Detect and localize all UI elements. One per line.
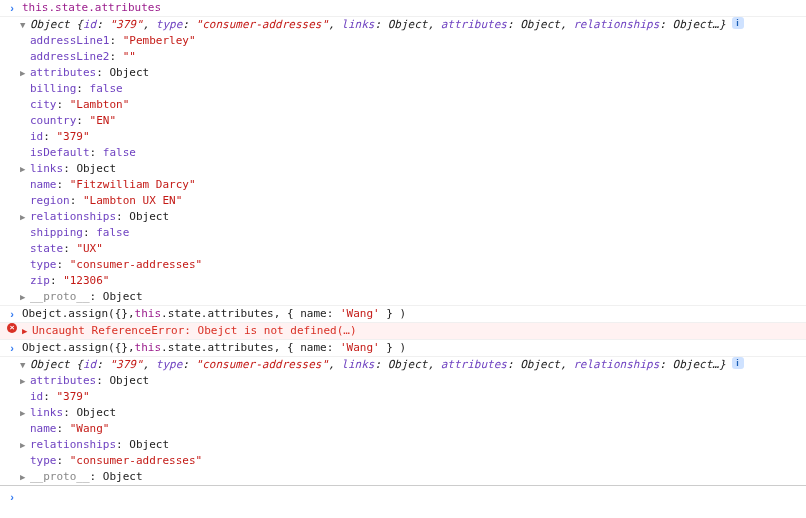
console-error-row: × Uncaught ReferenceError: Obejct is not… xyxy=(0,323,806,340)
object-result: Object {id: "379", type: "consumer-addre… xyxy=(0,357,806,485)
prop-row[interactable]: __proto__: Object xyxy=(16,289,806,305)
error-icon: × xyxy=(4,323,20,333)
summary-text: Object {id: "379", type: "consumer-addre… xyxy=(30,17,726,33)
prop-row[interactable]: __proto__: Object xyxy=(16,469,806,485)
prop-row[interactable]: type: "consumer-addresses" xyxy=(16,453,806,469)
expand-caret-icon[interactable] xyxy=(20,469,30,485)
expand-caret-icon[interactable] xyxy=(20,161,30,177)
console-input-row: › this.state.attributes xyxy=(0,0,806,17)
prop-row[interactable]: zip: "12306" xyxy=(16,273,806,289)
prop-row[interactable]: type: "consumer-addresses" xyxy=(16,257,806,273)
console-input-text[interactable]: Obejct.assign({},this.state.attributes, … xyxy=(20,306,802,322)
prop-row[interactable]: id: "379" xyxy=(16,389,806,405)
console-active-prompt[interactable]: › xyxy=(0,485,806,508)
prop-row[interactable]: addressLine1: "Pemberley" xyxy=(16,33,806,49)
error-text[interactable]: Uncaught ReferenceError: Obejct is not d… xyxy=(20,323,802,339)
object-result: Object {id: "379", type: "consumer-addre… xyxy=(0,17,806,306)
input-prompt-icon: › xyxy=(4,0,20,16)
summary-text: Object {id: "379", type: "consumer-addre… xyxy=(30,357,726,373)
expand-caret-icon[interactable] xyxy=(20,289,30,305)
expand-caret-icon[interactable] xyxy=(20,405,30,421)
prop-row[interactable]: shipping: false xyxy=(16,225,806,241)
console-input-text[interactable]: this.state.attributes xyxy=(20,0,802,16)
prop-row[interactable]: relationships: Object xyxy=(16,209,806,225)
input-prompt-icon: › xyxy=(4,340,20,356)
prop-row[interactable]: city: "Lambton" xyxy=(16,97,806,113)
prop-row[interactable]: attributes: Object xyxy=(16,373,806,389)
console-input-text[interactable]: Object.assign({},this.state.attributes, … xyxy=(20,340,802,356)
prop-row[interactable]: relationships: Object xyxy=(16,437,806,453)
expand-caret-icon[interactable] xyxy=(22,323,32,339)
expand-caret-icon[interactable] xyxy=(20,65,30,81)
expand-caret-icon[interactable] xyxy=(20,373,30,389)
info-icon[interactable]: i xyxy=(732,357,744,369)
console-input-active[interactable] xyxy=(20,489,802,505)
prop-row[interactable]: isDefault: false xyxy=(16,145,806,161)
console-input-row: › Object.assign({},this.state.attributes… xyxy=(0,340,806,357)
prop-row[interactable]: region: "Lambton UX EN" xyxy=(16,193,806,209)
object-summary-line[interactable]: Object {id: "379", type: "consumer-addre… xyxy=(16,17,806,33)
prop-row[interactable]: links: Object xyxy=(16,405,806,421)
expand-caret-icon[interactable] xyxy=(20,357,30,373)
expand-caret-icon[interactable] xyxy=(20,437,30,453)
prop-row[interactable]: country: "EN" xyxy=(16,113,806,129)
object-summary-line[interactable]: Object {id: "379", type: "consumer-addre… xyxy=(16,357,806,373)
prop-row[interactable]: id: "379" xyxy=(16,129,806,145)
prop-row[interactable]: name: "Wang" xyxy=(16,421,806,437)
prop-row[interactable]: links: Object xyxy=(16,161,806,177)
expand-caret-icon[interactable] xyxy=(20,209,30,225)
input-prompt-icon: › xyxy=(4,489,20,505)
prop-row[interactable]: billing: false xyxy=(16,81,806,97)
expand-caret-icon[interactable] xyxy=(20,17,30,33)
prop-row[interactable]: attributes: Object xyxy=(16,65,806,81)
code-text: this.state.attributes xyxy=(22,1,161,14)
prop-row[interactable]: addressLine2: "" xyxy=(16,49,806,65)
info-icon[interactable]: i xyxy=(732,17,744,29)
console-input-row: › Obejct.assign({},this.state.attributes… xyxy=(0,306,806,323)
prop-row[interactable]: state: "UX" xyxy=(16,241,806,257)
prop-row[interactable]: name: "Fitzwilliam Darcy" xyxy=(16,177,806,193)
